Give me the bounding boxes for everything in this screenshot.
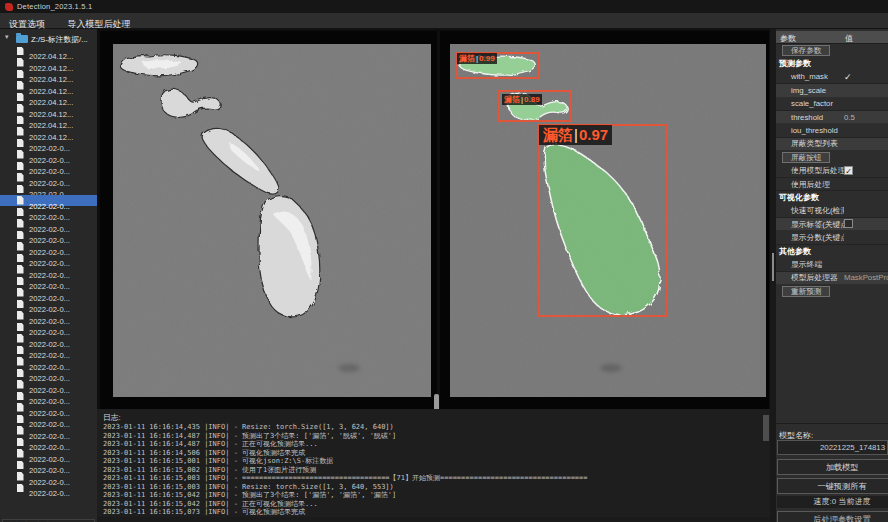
tree-item[interactable]: 2022-02-0... xyxy=(0,448,97,460)
param-row[interactable]: 快速可视化(检测) xyxy=(776,205,888,218)
param-value: 0.5 xyxy=(844,113,855,122)
param-button[interactable]: 保存参数 xyxy=(782,45,830,56)
tree-item[interactable]: 2022-02-0... xyxy=(0,137,97,149)
tree-item[interactable]: 2022-02-0... xyxy=(0,206,97,218)
param-row[interactable]: threshold0.5 xyxy=(776,111,888,124)
tree-item[interactable]: 2022-02-0... xyxy=(0,183,97,195)
param-button-row: 重新预测 xyxy=(776,285,888,298)
tree-item[interactable]: 2022-02-0... xyxy=(0,229,97,241)
tree-item[interactable]: 2022-02-0... xyxy=(0,356,97,368)
param-row[interactable]: img_scale xyxy=(776,84,888,97)
param-value: MaskPostPro xyxy=(844,273,888,282)
param-label: threshold xyxy=(776,113,844,122)
tree-item[interactable]: 2022-02-0... xyxy=(0,321,97,333)
log-line: 2023-01-11 16:16:14,506 |INFO| - 可视化预测结果… xyxy=(103,449,758,458)
tree-item[interactable]: 2022-02-0... xyxy=(0,252,97,264)
tree-item[interactable]: 2022-02-0... xyxy=(0,459,97,471)
tree-item[interactable]: 2022-02-0... xyxy=(0,160,97,172)
prediction-image[interactable]: 漏箔|0.99 漏箔|0.89 漏箔|0.97 xyxy=(450,44,766,397)
checkbox-checked-icon[interactable]: ✓ xyxy=(844,166,853,175)
param-section-header: 可视化参数 xyxy=(776,191,888,204)
tree-item[interactable]: 2022.04.12... xyxy=(0,91,97,103)
tree-item[interactable]: 2022-02-0... xyxy=(0,298,97,310)
log-line: 2023-01-11 16:16:15,003 |INFO| - Resize:… xyxy=(103,483,758,492)
tree-item[interactable]: 2022-02-0... xyxy=(0,172,97,184)
param-button[interactable]: 重新预测 xyxy=(782,286,830,297)
file-icon xyxy=(17,231,24,240)
param-row[interactable]: with_mask✓ xyxy=(776,71,888,84)
param-row[interactable]: iou_threshold xyxy=(776,124,888,137)
param-row[interactable]: 使用模型后处理✓ xyxy=(776,165,888,178)
tree-item[interactable]: 2022.04.12... xyxy=(0,103,97,115)
param-row[interactable]: 显示分数(关键点) xyxy=(776,231,888,244)
log-scrollbar[interactable] xyxy=(763,415,769,441)
tree-item[interactable]: 2022-02-0... xyxy=(0,310,97,322)
original-image[interactable] xyxy=(113,44,431,397)
tree-item[interactable]: 2022.04.12... xyxy=(0,80,97,92)
tree-item[interactable]: 2022.04.12... xyxy=(0,57,97,69)
file-icon xyxy=(17,403,24,412)
tree-item[interactable]: 2022.04.12... xyxy=(0,68,97,80)
checkbox-empty-icon[interactable] xyxy=(844,219,853,228)
file-icon xyxy=(17,426,24,435)
tree-item[interactable]: 2022-02-0... xyxy=(0,344,97,356)
file-icon xyxy=(17,415,24,424)
param-row[interactable]: 显示终端 xyxy=(776,258,888,271)
tree-item[interactable]: 2022-02-0... xyxy=(0,390,97,402)
tree-item[interactable]: 2022-02-0... xyxy=(0,471,97,483)
image-smudge xyxy=(600,364,622,372)
tree-item[interactable]: 2022-02-0... xyxy=(0,482,97,494)
file-icon xyxy=(17,277,24,286)
param-row[interactable]: 屏蔽类型列表 xyxy=(776,138,888,151)
tree-item[interactable]: 2022-02-0... xyxy=(0,287,97,299)
log-line: 2023-01-11 16:16:15,042 |INFO| - 预测出了3个结… xyxy=(103,491,758,500)
tree-root-folder[interactable]: ▾ Z:/S-标注数据/... xyxy=(0,32,97,44)
tree-item[interactable]: 2022-02-0... xyxy=(0,218,97,230)
file-icon xyxy=(17,196,24,205)
detection-label: 漏箔|0.89 xyxy=(502,94,542,105)
param-button[interactable]: 屏蔽按钮 xyxy=(782,152,830,163)
predict-all-button[interactable]: 一键预测所有 xyxy=(777,478,888,494)
file-icon xyxy=(17,300,24,309)
tree-item[interactable]: 2022-02-0... xyxy=(0,379,97,391)
app-window: Detection_2023.1.5.1 设置选项 导入模型后处理 ▾ Z:/S… xyxy=(0,0,888,522)
param-row[interactable]: 模型后处理器MaskPostPro xyxy=(776,272,888,285)
params-table-rows: 保存参数预测参数with_mask✓img_scalescale_factort… xyxy=(776,44,888,298)
param-label: with_mask xyxy=(776,72,844,81)
file-icon xyxy=(17,346,24,355)
param-label: iou_threshold xyxy=(776,126,844,135)
tree-item[interactable]: 2022-02-0... xyxy=(0,264,97,276)
postprocess-settings-button[interactable]: 后处理参数设置 xyxy=(777,511,888,522)
param-row[interactable]: scale_factor xyxy=(776,98,888,111)
tree-item[interactable]: 2022-02-0... xyxy=(0,241,97,253)
param-row[interactable]: 显示标签(关键点) xyxy=(776,218,888,231)
file-icon xyxy=(17,150,24,159)
param-row[interactable]: 使用后处理 xyxy=(776,178,888,191)
tree-item[interactable]: 2022-02-0... xyxy=(0,195,97,207)
tree-item[interactable]: 2022.04.12... xyxy=(0,126,97,138)
file-icon xyxy=(17,449,24,458)
model-name-field[interactable]: 20221225_174813 xyxy=(777,440,888,455)
file-icon xyxy=(17,311,24,320)
file-icon xyxy=(17,81,24,90)
param-button-row: 屏蔽按钮 xyxy=(776,151,888,164)
tree-item[interactable]: 2022-02-0... xyxy=(0,436,97,448)
log-lines: 2023-01-11 16:16:14,435 |INFO| - Resize:… xyxy=(103,423,758,515)
detection-box: 漏箔|0.99 xyxy=(456,52,540,79)
tree-item[interactable]: 2022-02-0... xyxy=(0,333,97,345)
tree-item[interactable]: 2022-02-0... xyxy=(0,367,97,379)
file-icon xyxy=(17,392,24,401)
window-title: Detection_2023.1.5.1 xyxy=(17,2,92,11)
tree-item[interactable]: 2022.04.12... xyxy=(0,45,97,57)
tree-item[interactable]: 2022-02-0... xyxy=(0,402,97,414)
tree-item[interactable]: 2022-02-0... xyxy=(0,413,97,425)
detection-label: 漏箔|0.99 xyxy=(457,53,497,64)
tree-item[interactable]: 2022-02-0... xyxy=(0,425,97,437)
expand-arrow-icon[interactable]: ▾ xyxy=(5,33,9,41)
tree-item[interactable]: 2022.04.12... xyxy=(0,114,97,126)
tree-item[interactable]: 2022-02-0... xyxy=(0,149,97,161)
tree-item[interactable]: 2022-02-0... xyxy=(0,275,97,287)
file-icon xyxy=(17,93,24,102)
log-panel: 日志: 2023-01-11 16:16:14,435 |INFO| - Res… xyxy=(97,409,772,517)
load-model-button[interactable]: 加载模型 xyxy=(777,459,888,475)
